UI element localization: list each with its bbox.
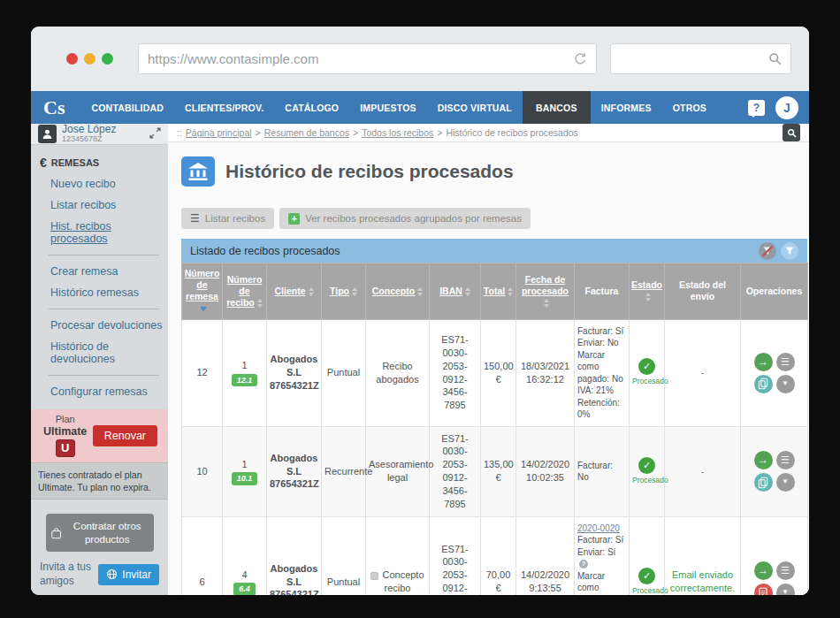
col-header-total[interactable]: Total xyxy=(481,263,516,320)
cell-fecha: 14/02/2020 10:02:35 xyxy=(516,426,575,516)
breadcrumb-link[interactable]: Todos los recibos xyxy=(362,127,433,138)
cell-total: 150,00 € xyxy=(481,319,516,426)
contract-products-button[interactable]: Contratar otros productos xyxy=(46,514,154,552)
cell-remesa: 10 xyxy=(182,426,223,516)
filter-button[interactable] xyxy=(781,242,798,260)
plan-label: Plan xyxy=(56,414,75,425)
col-header-cliente[interactable]: Cliente xyxy=(267,263,322,320)
invite-friends-label: Invita a tus amigos xyxy=(40,561,98,588)
browser-window: https://www.contasimple.com Cs CONTABILI… xyxy=(31,27,809,595)
nav-item-clientes-prov-[interactable]: CLIENTES/PROV. xyxy=(174,91,274,124)
expand-icon[interactable] xyxy=(149,126,161,142)
close-window-icon[interactable] xyxy=(66,53,78,65)
help-icon[interactable]: ? xyxy=(748,100,765,116)
details-list-button[interactable]: ☰ xyxy=(776,561,795,580)
cell-concepto: Asesoramiento legal xyxy=(366,426,430,516)
more-dropdown-button[interactable]: ▼ xyxy=(776,584,795,595)
breadcrumb-link[interactable]: Resumen de bancos xyxy=(264,127,349,138)
more-dropdown-button[interactable]: ▼ xyxy=(776,375,795,393)
processed-check-icon: ✓ xyxy=(638,457,655,474)
receipt-badge: 12.1 xyxy=(232,374,258,386)
search-icon xyxy=(787,128,797,138)
url-text: https://www.contasimple.com xyxy=(148,51,318,66)
nav-item-catálogo[interactable]: CATÁLOGO xyxy=(274,91,349,124)
list-receipts-button[interactable]: ☰ Listar recibos xyxy=(181,208,274,229)
breadcrumb-separator: > xyxy=(437,127,442,138)
more-dropdown-button[interactable]: ▼ xyxy=(776,473,795,492)
invoice-details: Facturar: SíEnviar: NoMarcar como pagado… xyxy=(577,325,626,421)
plan-status-text: Tienes contratado el plan Ultimate. Tu p… xyxy=(31,462,168,500)
plus-icon: + xyxy=(288,213,300,225)
breadcrumb-current: Histórico de recibos procesados xyxy=(446,127,577,138)
nav-item-otros[interactable]: OTROS xyxy=(662,91,717,124)
renew-button[interactable]: Renovar xyxy=(93,425,157,446)
col-header-fecha-procesado[interactable]: Fecha de procesado xyxy=(516,263,575,320)
cell-estado: ✓ Procesado xyxy=(630,516,665,595)
process-arrow-button[interactable]: → xyxy=(754,353,773,371)
cell-estado: ✓ Procesado xyxy=(630,426,665,516)
nav-item-disco-virtual[interactable]: DISCO VIRTUAL xyxy=(427,91,523,124)
details-list-button[interactable]: ☰ xyxy=(776,353,795,371)
sidebar-item-nuevo-recibo[interactable]: Nuevo recibo xyxy=(31,173,168,195)
cell-iban: ES71-0030-2053-0912-3456-7895 xyxy=(430,426,481,516)
cell-tipo: Recurrente xyxy=(322,426,366,516)
process-arrow-button[interactable]: → xyxy=(754,561,773,580)
breadcrumb-link[interactable]: Página principal xyxy=(186,127,252,138)
col-header-numero-remesa[interactable]: Número de remesa xyxy=(182,263,223,320)
nav-item-bancos[interactable]: BANCOS xyxy=(523,91,591,124)
copy-icon xyxy=(758,378,768,390)
col-header-factura: Factura xyxy=(575,263,630,320)
main-content: :: Página principal>Resumen de bancos>To… xyxy=(168,124,809,595)
invite-button[interactable]: Invitar xyxy=(98,564,159,585)
shopping-bag-icon xyxy=(51,525,61,541)
browser-search-box[interactable] xyxy=(610,43,791,74)
invoice-link[interactable]: 2020-0020 xyxy=(577,523,626,535)
list-icon: ☰ xyxy=(190,212,200,225)
contasimple-logo[interactable]: Cs xyxy=(43,96,65,119)
sidebar-item-procesar-devoluciones[interactable]: Procesar devoluciones xyxy=(31,315,168,336)
user-avatar[interactable]: J xyxy=(775,96,798,119)
pdf-operation-button[interactable] xyxy=(754,584,773,595)
bank-icon xyxy=(181,156,215,187)
col-header-estado[interactable]: Estado xyxy=(630,263,665,320)
url-bar[interactable]: https://www.contasimple.com xyxy=(138,43,597,74)
col-header-iban[interactable]: IBAN xyxy=(430,263,481,320)
minimize-window-icon[interactable] xyxy=(84,53,95,65)
invoice-detail-line: Marcar como pagado: Sí xyxy=(577,570,626,595)
view-grouped-button[interactable]: + Ver recibos procesados agrupados por r… xyxy=(279,208,531,229)
sidebar-item-crear-remesa[interactable]: Crear remesa xyxy=(31,261,168,282)
send-status: - xyxy=(701,367,705,378)
sidebar-user-row[interactable]: Jose López 12345678Z xyxy=(31,124,168,145)
pdf-icon xyxy=(758,587,768,595)
page-search-button[interactable] xyxy=(783,124,800,141)
nav-item-impuestos[interactable]: IMPUESTOS xyxy=(349,91,426,124)
cell-concepto: Recibo abogados xyxy=(366,319,430,426)
col-header-numero-recibo[interactable]: Número de recibo xyxy=(223,263,267,320)
copy-operation-button[interactable] xyxy=(754,473,773,492)
invoice-detail-line: Facturar: No xyxy=(577,460,626,484)
nav-item-informes[interactable]: INFORMES xyxy=(591,91,662,124)
details-list-button[interactable]: ☰ xyxy=(776,451,795,469)
cell-recibo: 4 6.4 xyxy=(223,516,267,595)
cell-remesa: 6 xyxy=(182,516,223,595)
maximize-window-icon[interactable] xyxy=(102,53,113,65)
nav-item-contabilidad[interactable]: CONTABILIDAD xyxy=(80,91,174,124)
sidebar-item-listar-recibos[interactable]: Listar recibos xyxy=(31,195,168,216)
sort-active-icon xyxy=(200,307,207,311)
sidebar-item-configurar-remesas[interactable]: Configurar remesas xyxy=(31,381,168,402)
cell-operaciones: → ☰ ▼ xyxy=(741,516,808,595)
sidebar-item-histórico-remesas[interactable]: Histórico remesas xyxy=(31,282,168,303)
sidebar-item-histórico-de-devoluciones[interactable]: Histórico de devoluciones xyxy=(31,336,168,370)
process-arrow-button[interactable]: → xyxy=(754,451,773,469)
refresh-icon[interactable] xyxy=(574,52,587,65)
question-help-icon[interactable]: ? xyxy=(579,560,588,568)
copy-operation-button[interactable] xyxy=(754,375,773,393)
page-title: Histórico de recibos procesados xyxy=(225,161,514,182)
cell-total: 135,00 € xyxy=(481,426,516,516)
clear-filter-button[interactable] xyxy=(759,242,776,260)
col-header-tipo[interactable]: Tipo xyxy=(322,263,366,320)
sidebar-item-hist.-recibos-procesados[interactable]: Hist. recibos procesados xyxy=(31,216,168,249)
col-header-concepto[interactable]: Concepto xyxy=(366,263,430,320)
plan-name: Ultimate xyxy=(43,425,87,438)
cell-envio: Email enviado correctamente. xyxy=(665,516,741,595)
